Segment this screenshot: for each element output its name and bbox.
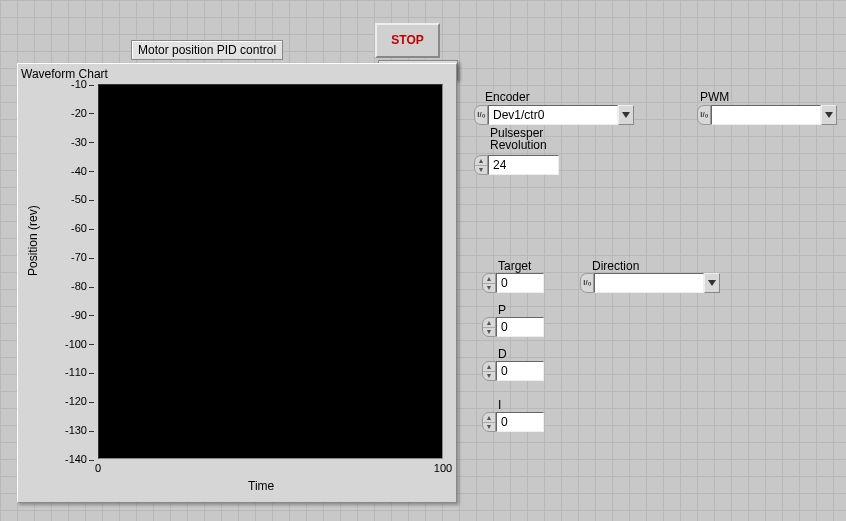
pulses-value[interactable]: 24: [488, 155, 559, 175]
pwm-dropdown[interactable]: I/₀: [697, 105, 837, 125]
x-tick: 0: [95, 462, 101, 474]
encoder-dropdown[interactable]: I/₀ Dev1/ctr0: [474, 105, 634, 125]
y-tick: -60: [58, 222, 94, 234]
target-value[interactable]: 0: [496, 273, 544, 293]
target-field[interactable]: ▲▼ 0: [482, 273, 544, 293]
io-icon: I/₀: [697, 105, 711, 125]
spinner-icon[interactable]: ▲▼: [482, 361, 496, 381]
y-tick: -10: [58, 78, 94, 90]
spinner-icon[interactable]: ▲▼: [474, 155, 488, 175]
spinner-icon[interactable]: ▲▼: [482, 273, 496, 293]
p-value[interactable]: 0: [496, 317, 544, 337]
pwm-value: [711, 105, 821, 125]
direction-label: Direction: [592, 259, 639, 273]
encoder-value: Dev1/ctr0: [488, 105, 618, 125]
d-value[interactable]: 0: [496, 361, 544, 381]
y-tick: -140: [58, 453, 94, 465]
encoder-label: Encoder: [485, 90, 530, 104]
x-tick: 100: [434, 462, 452, 474]
y-tick: -30: [58, 136, 94, 148]
target-label: Target: [498, 259, 531, 273]
d-field[interactable]: ▲▼ 0: [482, 361, 544, 381]
y-tick: -20: [58, 107, 94, 119]
direction-dropdown[interactable]: I/₀: [580, 273, 720, 293]
y-tick: -50: [58, 193, 94, 205]
chevron-down-icon[interactable]: [821, 105, 837, 125]
pulses-field[interactable]: ▲▼ 24: [474, 155, 559, 175]
p-field[interactable]: ▲▼ 0: [482, 317, 544, 337]
pwm-label: PWM: [700, 90, 729, 104]
plot-area[interactable]: [98, 84, 443, 459]
spinner-icon[interactable]: ▲▼: [482, 412, 496, 432]
io-icon: I/₀: [474, 105, 488, 125]
y-tick: -80: [58, 280, 94, 292]
app-title: Motor position PID control: [131, 40, 283, 60]
y-tick: -90: [58, 309, 94, 321]
y-axis-label: Position (rev): [26, 205, 40, 276]
y-ticks: -10-20-30-40-50-60-70-80-90-100-110-120-…: [58, 84, 94, 459]
chevron-down-icon[interactable]: [618, 105, 634, 125]
chevron-down-icon[interactable]: [704, 273, 720, 293]
y-tick: -130: [58, 424, 94, 436]
x-ticks: 0100: [98, 462, 443, 476]
y-tick: -100: [58, 338, 94, 350]
y-tick: -120: [58, 395, 94, 407]
y-tick: -70: [58, 251, 94, 263]
d-label: D: [498, 347, 507, 361]
io-icon: I/₀: [580, 273, 594, 293]
i-value[interactable]: 0: [496, 412, 544, 432]
i-label: I: [498, 398, 501, 412]
spinner-icon[interactable]: ▲▼: [482, 317, 496, 337]
x-axis-label: Time: [248, 479, 274, 493]
direction-value: [594, 273, 704, 293]
pulses-label: Pulsesper Revolution: [490, 127, 560, 151]
y-tick: -110: [58, 366, 94, 378]
i-field[interactable]: ▲▼ 0: [482, 412, 544, 432]
y-tick: -40: [58, 165, 94, 177]
waveform-chart: Waveform Chart -10-20-30-40-50-60-70-80-…: [17, 63, 457, 503]
stop-button[interactable]: STOP: [375, 23, 440, 58]
p-label: P: [498, 303, 506, 317]
